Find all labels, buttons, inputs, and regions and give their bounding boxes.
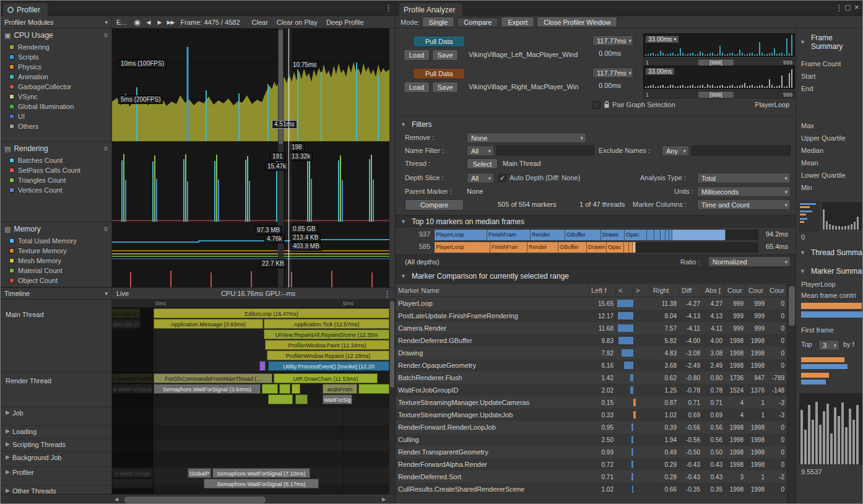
name-filter-input[interactable]	[497, 146, 594, 155]
table-row[interactable]: RenderDeferred.Sort0.710.28-0.430.4331-2	[396, 471, 787, 483]
table-row[interactable]: Render.OpaqueGeometry6.163.68-2.492.4919…	[396, 359, 787, 371]
top10-segment[interactable]	[647, 230, 654, 240]
foldout-icon[interactable]: ▶	[6, 441, 10, 451]
table-row[interactable]: Render.TransparentGeometry0.990.49-0.500…	[396, 446, 787, 458]
lane-scripting-threads[interactable]: ▶Scripting Threads	[1, 439, 111, 452]
scroll-right-icon[interactable]: ▶	[382, 497, 386, 502]
timeline-block[interactable]: Semaphore.WaitForSignal (3.84ms)	[154, 384, 261, 394]
module-header-cpu-usage[interactable]: ▣CPU Usage≡	[1, 28, 111, 42]
foldout-icon[interactable]: ▶	[6, 469, 10, 485]
table-row[interactable]: Camera.Render11.687.57-4.114.119999990	[396, 322, 787, 334]
timeline-block[interactable]: UIR.DrawChain (11.53ms)	[274, 373, 378, 383]
legend-item-batches-count[interactable]: Batches Count	[1, 155, 111, 165]
timeline-block[interactable]	[279, 384, 290, 394]
pull-data-left-button[interactable]: Pull Data	[413, 36, 465, 47]
table-row[interactable]: CullResults.CreateSharedRendererScene1.0…	[396, 483, 787, 495]
table-row[interactable]: TextureStreamingManager.UpdateCameras0.1…	[396, 396, 787, 409]
legend-item-rendering[interactable]: Rendering	[1, 42, 111, 52]
dataset-left-axis-chip[interactable]: 33.00ms ▾	[646, 36, 679, 43]
load-right-button[interactable]: Load	[404, 82, 430, 93]
top10-segment[interactable]	[654, 230, 661, 240]
dataset-right-axis-chip[interactable]: 33.00ms	[646, 68, 674, 75]
column-header-count-right[interactable]: Cour	[746, 284, 767, 297]
top10-segment[interactable]	[661, 230, 666, 240]
lane-background-job[interactable]: ▶Background Job	[1, 452, 111, 467]
scrollbar-thumb[interactable]	[124, 497, 266, 503]
pair-graph-selection-checkbox[interactable]	[592, 101, 601, 109]
foldout-icon[interactable]: ▶	[6, 487, 10, 493]
analysis-type-dropdown[interactable]: Total ▾	[697, 173, 791, 183]
pull-data-right-button[interactable]: Pull Data	[413, 68, 465, 79]
top10-segment[interactable]: PlayerLoop	[435, 242, 490, 253]
live-button[interactable]: Live	[112, 287, 133, 300]
table-row[interactable]: PlayerLoop15.6511.38-4.274.279999990	[396, 297, 787, 310]
legend-item-texture-memory[interactable]: Texture Memory	[1, 246, 111, 256]
dataset-right-graph[interactable]: 33.00ms	[643, 66, 795, 89]
timeline-block[interactable]	[262, 384, 278, 394]
column-header-left-frame[interactable]: Left f	[589, 284, 616, 297]
timeline-block[interactable]	[268, 394, 293, 404]
legend-item-ui[interactable]: UI	[1, 111, 111, 121]
marker-comparison-header[interactable]: ▼ Marker Comparison for currently select…	[401, 272, 569, 280]
memory-chart[interactable]: 97.3 MB 4.76k 0.85 GB 213.4 KB 403.9 MB …	[112, 222, 389, 287]
column-header-sort-right[interactable]: >	[633, 284, 651, 297]
scrollbar-thumb[interactable]	[789, 286, 795, 326]
mode-compare-button[interactable]: Compare	[457, 17, 498, 27]
column-header-marker-name[interactable]: Marker Name	[396, 284, 589, 297]
legend-item-total-used-memory[interactable]: Total Used Memory	[1, 236, 111, 246]
column-header-count-left[interactable]: Cour	[725, 284, 746, 297]
remove-dropdown[interactable]: None ▾	[467, 133, 586, 143]
table-row[interactable]: Drawing7.924.83-3.083.08199819980	[396, 347, 787, 359]
timeline-hscrollbar[interactable]: ◀ ▶	[1, 494, 395, 504]
analyzer-menu-icon[interactable]: ⋮	[835, 4, 843, 12]
filters-header[interactable]: ▼ Filters	[401, 120, 432, 129]
module-header-rendering[interactable]: ▤Rendering≡	[1, 142, 111, 155]
legend-item-global-illumination[interactable]: Global Illumination	[1, 102, 111, 111]
table-scrollbar[interactable]	[787, 284, 796, 504]
foldout-icon[interactable]: ▶	[6, 409, 10, 425]
table-row[interactable]: RenderForwardAlpha.Render0.720.29-0.430.…	[396, 458, 787, 471]
table-row[interactable]: Culling2.501.94-0.560.56199819980	[396, 433, 787, 446]
table-row[interactable]: TextureStreamingManager.UpdateJob0.331.0…	[396, 409, 787, 421]
legend-item-setpass-calls-count[interactable]: SetPass Calls Count	[1, 165, 111, 175]
timeline-block[interactable]: Semaphore.WaitForSignal (7.10ms)	[212, 468, 310, 478]
timeline-block[interactable]	[358, 384, 389, 394]
thread-summary-header[interactable]: ▼ Thread Summa	[800, 248, 862, 257]
dataset-right-range[interactable]: 1 [999] 999	[643, 90, 795, 98]
record-button[interactable]: ◉	[132, 16, 143, 28]
exclude-names-input[interactable]	[692, 146, 791, 155]
marker-summary-header[interactable]: ▼ Marker Summar	[800, 267, 863, 276]
clear-on-play-button[interactable]: Clear on Play	[272, 16, 322, 28]
column-header-abs-diff[interactable]: Abs [	[703, 284, 725, 297]
auto-depth-checkbox[interactable]: ✓	[498, 174, 506, 182]
top10-segment[interactable]: FinishFran	[490, 242, 527, 253]
dataset-right-total-dropdown[interactable]: 117.77ms ▾	[592, 67, 633, 78]
lane-job[interactable]: ▶Job	[1, 407, 111, 426]
top10-segment[interactable]: Opac	[607, 242, 624, 253]
table-row[interactable]: RenderForward.RenderLoopJob0.950.39-0.56…	[396, 421, 787, 433]
table-row[interactable]: RenderDeferred.GBuffer9.835.82-4.004.001…	[396, 334, 787, 347]
top10-segment[interactable]: Drawir	[601, 230, 625, 240]
timeline-block[interactable]: ProfilerWindow.Repaint (12.28ms)	[267, 350, 389, 360]
timeline-block[interactable]: ProfilerWindow.Paint (12.34ms)	[265, 340, 389, 350]
column-header-diff[interactable]: Diff	[679, 284, 703, 297]
column-header-sort-left[interactable]: <	[616, 284, 633, 297]
drag-handle-icon[interactable]: ≡	[103, 144, 108, 153]
legend-item-vertices-count[interactable]: Vertices Count	[1, 185, 111, 195]
top10-segment[interactable]: Opac	[625, 230, 647, 240]
timeline-block[interactable]: UIView.RepaintAll.RepaintScene (12.35m	[264, 329, 389, 339]
top10-row-1[interactable]: 937PlayerLoopFinishFramRenderGBufferDraw…	[396, 229, 796, 241]
timeline-block[interactable]: EditorLoop (16.47ms)	[154, 308, 389, 318]
timeline-block[interactable]: Application.Tick (12.57ms)	[264, 319, 389, 329]
deep-profile-button[interactable]: Deep Profile	[322, 16, 368, 28]
top10-segment[interactable]: Render	[527, 242, 558, 253]
drag-handle-icon[interactable]: ≡	[103, 31, 108, 40]
top-n-dropdown[interactable]: 3 ▾	[818, 340, 839, 350]
editor-target-button[interactable]: E...	[112, 16, 132, 28]
timeline-menu-icon[interactable]: ⋮	[383, 290, 391, 298]
legend-item-material-count[interactable]: Material Count	[1, 266, 111, 276]
export-button[interactable]: Export	[501, 17, 534, 27]
legend-item-physics[interactable]: Physics	[1, 62, 111, 72]
lane-loading[interactable]: ▶Loading	[1, 426, 111, 439]
timeline-block[interactable]	[292, 384, 300, 394]
